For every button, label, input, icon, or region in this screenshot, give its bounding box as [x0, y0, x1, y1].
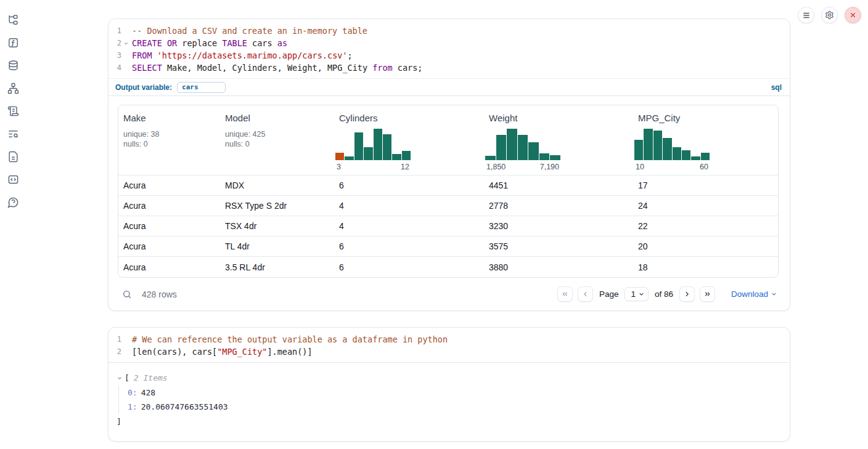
data-table: Makeunique: 38nulls: 0Modelunique: 425nu… [118, 105, 779, 278]
table-cell: 3230 [484, 221, 633, 231]
tree-entries: 0:4281:20.060747663551403 [118, 386, 781, 414]
histogram-bar [691, 156, 700, 160]
column-header-make[interactable]: Makeunique: 38nulls: 0 [118, 113, 220, 171]
first-page-button[interactable] [557, 286, 573, 302]
logs-search-icon[interactable] [7, 127, 19, 140]
histogram-bar [653, 131, 662, 160]
snippets-icon[interactable] [7, 173, 19, 185]
table-cell: 24 [633, 201, 778, 211]
page-select-value: 1 [631, 289, 636, 299]
last-page-button[interactable] [700, 286, 715, 302]
table-cell: MDX [220, 180, 334, 190]
column-stats: unique: 425nulls: 0 [220, 129, 334, 149]
column-header-model[interactable]: Modelunique: 425nulls: 0 [220, 113, 334, 171]
settings-gear-button[interactable] [821, 7, 838, 23]
menu-button[interactable] [798, 7, 814, 23]
table-cell: Acura [118, 180, 220, 190]
table-cell: 18 [633, 262, 778, 272]
table-cell: 20 [633, 241, 778, 251]
table-row[interactable]: AcuraMDX6445117 [118, 176, 778, 196]
table-cell: 2778 [484, 201, 633, 211]
histogram-bar [673, 147, 681, 160]
column-histogram: 1060 [634, 127, 710, 171]
code-line[interactable]: 4SELECT Make, Model, Cylinders, Weight, … [108, 62, 790, 74]
row-count: 428 rows [142, 289, 177, 299]
download-button[interactable]: Download [731, 289, 777, 299]
tree-entry-value: 20.060747663551403 [141, 402, 228, 411]
histogram-range-labels: 1060 [634, 163, 710, 171]
table-row[interactable]: Acura3.5 RL 4dr6388018 [118, 257, 778, 277]
histogram-bar [485, 156, 496, 160]
table-cell: 6 [334, 241, 484, 251]
code-text: FROM 'https://datasets.marimo.app/cars.c… [131, 49, 353, 62]
column-header-cylinders[interactable]: Cylinders312 [334, 113, 484, 171]
sql-code-editor[interactable]: 1-- Download a CSV and create an in-memo… [108, 19, 790, 78]
page-select[interactable]: 1 [624, 287, 649, 301]
table-cell: TSX 4dr [220, 221, 334, 231]
output-variable-input[interactable] [177, 82, 226, 93]
column-title: Cylinders [334, 113, 484, 123]
histogram-bar [383, 134, 391, 160]
page-label: Page [599, 289, 619, 299]
table-row[interactable]: AcuraTL 4dr6357520 [118, 237, 778, 257]
column-header-mpg_city[interactable]: MPG_City1060 [633, 113, 778, 171]
fold-caret-icon[interactable] [121, 37, 131, 49]
table-cell: 4 [334, 201, 484, 211]
histogram-bar [507, 129, 517, 160]
shutdown-close-button[interactable] [845, 7, 861, 23]
database-icon[interactable] [7, 59, 19, 71]
dependency-graph-icon[interactable] [7, 82, 19, 94]
line-number: 1 [108, 25, 121, 37]
table-cell: Acura [118, 201, 220, 211]
table-cell: 3880 [484, 262, 633, 272]
histogram-bar [634, 140, 643, 160]
table-cell: 22 [633, 221, 778, 231]
activity-sidebar [0, 14, 26, 208]
tree-entry-value: 428 [141, 388, 155, 397]
tree-collapse-caret-icon[interactable] [117, 375, 123, 381]
table-row[interactable]: AcuraRSX Type S 2dr4277824 [118, 196, 778, 216]
next-page-button[interactable] [679, 286, 695, 302]
chevron-down-icon [638, 291, 645, 297]
table-row[interactable]: AcuraTSX 4dr4323022 [118, 216, 778, 237]
tree-entry-key: 0: [128, 388, 137, 397]
column-header-weight[interactable]: Weight1,8507,190 [484, 113, 633, 171]
documentation-icon[interactable] [7, 150, 19, 163]
code-line[interactable]: 1# We can reference the output variable … [108, 333, 790, 346]
table-cell: Acura [118, 262, 220, 272]
code-text: -- Download a CSV and create an in-memor… [131, 25, 367, 37]
table-cell: 3.5 RL 4dr [220, 262, 334, 272]
file-tree-icon[interactable] [7, 14, 19, 26]
histogram-bar [550, 155, 560, 160]
tree-items-count: 2 Items [134, 373, 168, 382]
table-search-icon[interactable] [122, 289, 132, 299]
python-code-editor[interactable]: 1# We can reference the output variable … [108, 328, 790, 362]
code-line[interactable]: 2[len(cars), cars["MPG_City"].mean()] [108, 346, 790, 358]
code-line[interactable]: 3FROM 'https://datasets.marimo.app/cars.… [108, 49, 790, 62]
previous-page-button[interactable] [578, 286, 593, 302]
fold-gutter [121, 346, 131, 358]
tree-entry: 1:20.060747663551403 [128, 400, 781, 414]
pagination: Page 1 of 86 Download [557, 286, 777, 302]
code-text: [len(cars), cars["MPG_City"].mean()] [131, 346, 313, 358]
fold-gutter [121, 62, 131, 74]
help-icon[interactable] [7, 196, 19, 208]
code-text: # We can reference the output variable a… [131, 333, 448, 346]
line-number: 4 [108, 62, 121, 74]
output-variable-label: Output variable: [115, 83, 172, 92]
scratchpad-scroll-icon[interactable] [7, 105, 19, 117]
code-text: SELECT Make, Model, Cylinders, Weight, M… [131, 62, 422, 74]
histogram-range-labels: 1,8507,190 [485, 163, 560, 171]
functions-icon[interactable] [7, 36, 19, 49]
line-number: 1 [108, 333, 121, 346]
histogram-bar [701, 153, 710, 160]
histogram-bar [496, 135, 507, 160]
table-cell: 17 [633, 180, 778, 190]
table-cell: 4 [334, 221, 484, 231]
table-cell: 3575 [484, 241, 633, 251]
code-line[interactable]: 1-- Download a CSV and create an in-memo… [108, 25, 790, 37]
histogram-bar [528, 142, 539, 160]
code-line[interactable]: 2CREATE OR replace TABLE cars as [108, 37, 790, 49]
table-header: Makeunique: 38nulls: 0Modelunique: 425nu… [118, 105, 778, 176]
histogram-bar [518, 135, 528, 160]
